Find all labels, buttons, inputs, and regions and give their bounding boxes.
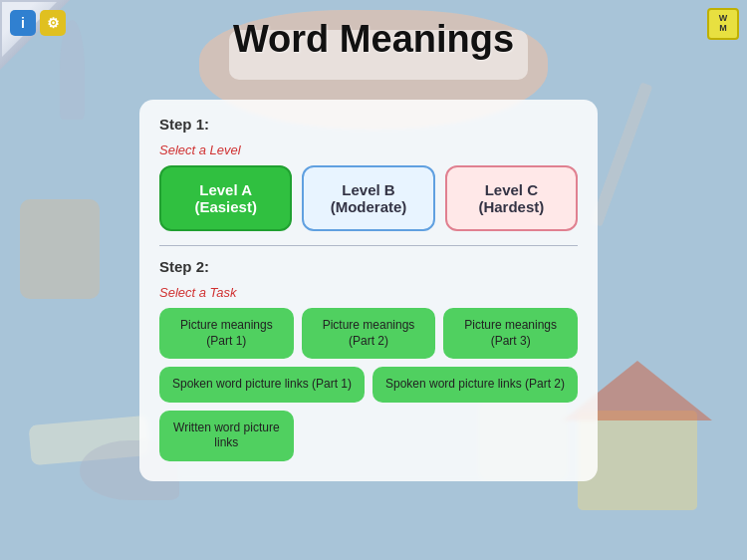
main-panel: Step 1: Select a Level Level A (Easiest)…: [139, 100, 598, 481]
step1-select-label: Select a Level: [159, 142, 578, 157]
step1-header: Step 1:: [159, 116, 578, 133]
task-pic3-button[interactable]: Picture meanings (Part 3): [443, 308, 578, 359]
settings-button[interactable]: ⚙: [40, 10, 66, 36]
wm-icon: W M: [707, 8, 739, 40]
page-title: Word Meanings: [0, 18, 747, 61]
level-moderate-button[interactable]: Level B (Moderate): [302, 165, 434, 231]
task-row-2: Spoken word picture links (Part 1) Spoke…: [159, 367, 578, 403]
level-buttons-group: Level A (Easiest) Level B (Moderate) Lev…: [159, 165, 578, 231]
wm-line2: M: [719, 24, 727, 34]
task-row-1: Picture meanings (Part 1) Picture meanin…: [159, 308, 578, 359]
task-pic2-button[interactable]: Picture meanings (Part 2): [302, 308, 436, 359]
info-button[interactable]: i: [10, 10, 36, 36]
section-divider: [159, 245, 578, 246]
top-icon-bar: i ⚙: [10, 10, 66, 36]
task-row-3: Written word picture links: [159, 411, 578, 461]
task-spoken1-button[interactable]: Spoken word picture links (Part 1): [159, 367, 365, 403]
level-easiest-button[interactable]: Level A (Easiest): [159, 165, 292, 231]
level-hardest-button[interactable]: Level C (Hardest): [445, 165, 578, 231]
task-written-button[interactable]: Written word picture links: [159, 411, 294, 461]
step2-header: Step 2:: [159, 258, 578, 275]
step2-select-label: Select a Task: [159, 285, 578, 300]
task-spoken2-button[interactable]: Spoken word picture links (Part 2): [373, 367, 578, 403]
task-pic1-button[interactable]: Picture meanings (Part 1): [159, 308, 294, 359]
